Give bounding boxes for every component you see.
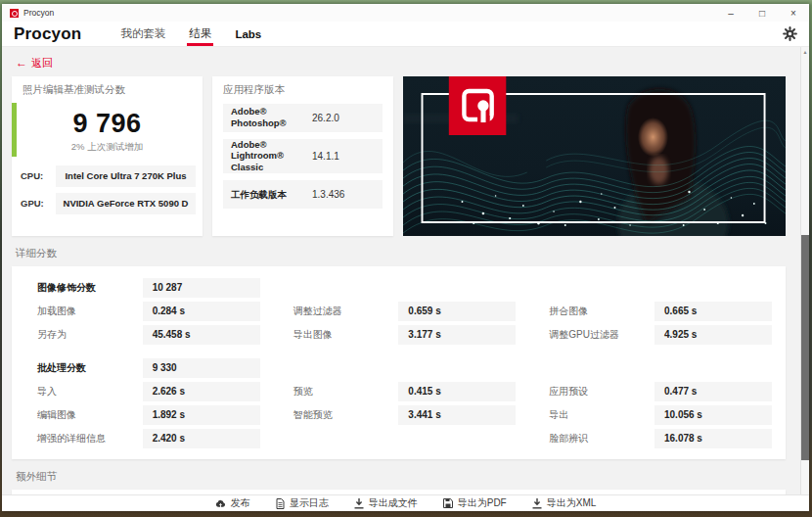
- detail-row: 智能预览 3.441 s: [282, 405, 517, 425]
- detail-label: 图像修饰分数: [25, 281, 143, 295]
- detail-row: 调整过滤器 0.659 s: [282, 302, 517, 321]
- score-card-title: 照片编辑基准测试分数: [12, 83, 203, 97]
- publish-label: 发布: [231, 496, 250, 510]
- back-arrow-icon: ←: [16, 56, 27, 70]
- gpu-label: GPU:: [21, 198, 56, 209]
- detail-value: 45.458 s: [143, 325, 260, 345]
- version-label: Adobe® Lightroom® Classic: [231, 139, 312, 174]
- app-versions-card: 应用程序版本 Adobe® Photoshop® 26.2.0 Adobe® L…: [212, 76, 393, 236]
- export-xml-label: 导出为XML: [547, 496, 597, 510]
- tab-results[interactable]: 结果: [177, 22, 223, 46]
- version-label: Adobe® Photoshop®: [231, 106, 312, 129]
- detail-value: 2.420 s: [143, 429, 260, 448]
- back-link[interactable]: ← 返回: [16, 56, 53, 70]
- retouch-section: 图像修饰分数 10 287 加载图像 0.284 s 另存为 45.458 s: [25, 278, 772, 349]
- download-icon: [532, 498, 542, 509]
- tab-my-suites[interactable]: 我的套装: [109, 22, 177, 46]
- detail-value: 2.626 s: [143, 382, 260, 401]
- title-bar: Procyon – □ ×: [2, 4, 809, 22]
- detail-value: 1.892 s: [143, 405, 260, 425]
- details-section-title: 详细分数: [16, 247, 786, 260]
- version-row: Adobe® Photoshop® 26.2.0: [223, 104, 383, 132]
- extra-details-card: 电源 连接插座: [12, 490, 786, 495]
- procyon-app-icon: [10, 9, 19, 18]
- detail-value: 4.925 s: [654, 325, 772, 345]
- log-document-icon: [276, 498, 285, 509]
- window-controls: – □ ×: [715, 4, 809, 22]
- detail-label: 拼合图像: [537, 305, 654, 318]
- detail-row: 导出图像 3.177 s: [282, 325, 517, 345]
- hero-image: [403, 76, 786, 236]
- scrollbar-thumb[interactable]: [801, 235, 809, 460]
- extra-section-title: 额外细节: [16, 470, 786, 484]
- benchmark-score: 9 796: [12, 111, 203, 137]
- detail-value: 0.477 s: [654, 382, 772, 401]
- detail-row: 图像修饰分数 10 287: [25, 278, 260, 298]
- detail-row: 拼合图像 0.665 s: [537, 302, 772, 321]
- detail-label: 导出图像: [282, 328, 399, 342]
- detail-value: 0.659 s: [398, 302, 516, 321]
- app-window: Procyon – □ × Procyon 我的套装 结果 Labs ← 返回: [2, 4, 809, 511]
- export-file-button[interactable]: 导出成文件: [354, 496, 418, 510]
- detail-value: 3.441 s: [398, 405, 516, 425]
- detail-value: 10 287: [143, 278, 260, 298]
- detail-value: 10.056 s: [654, 405, 772, 425]
- detail-value: 0.665 s: [654, 302, 772, 321]
- detail-value: 3.177 s: [398, 325, 516, 345]
- detail-row: 脸部辨识 16.078 s: [537, 429, 772, 448]
- detail-row: 批处理分数 9 330: [25, 358, 260, 378]
- export-pdf-label: 导出为PDF: [458, 496, 507, 510]
- detail-value: 0.415 s: [398, 382, 516, 401]
- cpu-value: Intel Core Ultra 7 270K Plus: [56, 165, 196, 187]
- detail-row: 另存为 45.458 s: [25, 325, 260, 345]
- export-pdf-button[interactable]: 导出为PDF: [443, 496, 507, 510]
- publish-button[interactable]: 发布: [215, 496, 250, 510]
- detail-value: 0.284 s: [143, 302, 260, 321]
- export-file-label: 导出成文件: [369, 496, 418, 510]
- detail-row: 加载图像 0.284 s: [25, 302, 260, 321]
- detail-label: 导入: [25, 385, 143, 399]
- versions-card-title: 应用程序版本: [223, 83, 383, 97]
- settings-gear-icon[interactable]: [783, 26, 797, 41]
- detail-row: 调整GPU过滤器 4.925 s: [537, 325, 772, 345]
- show-log-button[interactable]: 显示日志: [276, 496, 329, 510]
- minimize-button[interactable]: –: [715, 4, 746, 22]
- benchmark-score-card: 照片编辑基准测试分数 9 796 2% 上次测试增加 CPU: Intel Co…: [12, 76, 203, 236]
- version-value: 1.3.436: [312, 189, 375, 200]
- scrollbar[interactable]: ▲: [800, 47, 809, 494]
- window-title: Procyon: [23, 8, 54, 18]
- export-xml-button[interactable]: 导出为XML: [532, 496, 597, 510]
- version-value: 14.1.1: [312, 151, 375, 162]
- maximize-button[interactable]: □: [746, 4, 778, 22]
- detail-label: 加载图像: [25, 305, 143, 318]
- detail-label: 导出: [537, 408, 654, 422]
- cpu-row: CPU: Intel Core Ultra 7 270K Plus: [21, 165, 196, 187]
- detail-label: 应用预设: [537, 385, 654, 399]
- score-accent-bar: [12, 103, 17, 157]
- back-label: 返回: [31, 56, 53, 70]
- close-button[interactable]: ×: [778, 4, 809, 22]
- detail-label: 智能预览: [282, 408, 399, 422]
- nav-bar: Procyon 我的套装 结果 Labs: [2, 22, 809, 47]
- show-log-label: 显示日志: [290, 496, 329, 510]
- detailed-scores-card: 图像修饰分数 10 287 加载图像 0.284 s 另存为 45.458 s: [12, 266, 786, 459]
- detail-label: 调整过滤器: [282, 305, 399, 318]
- brand-logo: Procyon: [14, 24, 81, 44]
- gpu-row: GPU: NVIDIA GeForce RTX 5090 D: [21, 193, 196, 214]
- detail-label: 另存为: [25, 328, 143, 342]
- detail-label: 脸部辨识: [537, 432, 654, 446]
- results-page: ← 返回 照片编辑基准测试分数 9 796 2% 上次测试增加 CPU: Int…: [2, 47, 809, 494]
- detail-label: 增强的详细信息: [25, 432, 143, 446]
- batch-section: 批处理分数 9 330 导入 2.626 s 编辑图像 1.892 s 增强的详…: [25, 358, 772, 452]
- tab-labs[interactable]: Labs: [223, 22, 273, 46]
- detail-row: 编辑图像 1.892 s: [25, 405, 260, 425]
- scrollbar-up-arrow[interactable]: ▲: [801, 49, 809, 55]
- detail-label: 批处理分数: [25, 361, 143, 375]
- gpu-value: NVIDIA GeForce RTX 5090 D: [56, 193, 196, 214]
- footer-toolbar: 发布 显示日志 导出成文件 导出为PDF: [2, 494, 809, 511]
- procyon-logo-badge: [449, 76, 507, 135]
- version-row: 工作负载版本 1.3.436: [223, 180, 383, 209]
- detail-value: 16.078 s: [654, 429, 772, 448]
- detail-row: 增强的详细信息 2.420 s: [25, 429, 260, 448]
- version-row: Adobe® Lightroom® Classic 14.1.1: [223, 139, 383, 174]
